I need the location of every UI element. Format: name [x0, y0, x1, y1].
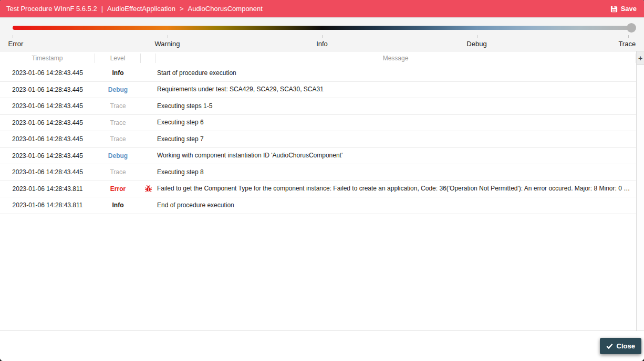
slider-label-error[interactable]: Error: [8, 40, 23, 48]
log-table-header: Timestamp Level Message: [0, 51, 644, 65]
procedure-title: Test Procedure WInnF 5.6.5.2: [6, 5, 97, 13]
cell-message: Executing step 8: [155, 164, 644, 181]
cell-timestamp: 2023-01-06 14:28:43.811: [0, 185, 95, 193]
cell-message: Requirements under test: SCA429, SCA29, …: [155, 81, 644, 98]
cell-timestamp: 2023-01-06 14:28:43.445: [0, 102, 95, 110]
cell-message: Failed to get the Component Type for the…: [155, 181, 644, 197]
cell-timestamp: 2023-01-06 14:28:43.445: [0, 168, 95, 176]
title-bar: Test Procedure WInnF 5.6.5.2 | AudioEffe…: [0, 0, 644, 17]
cell-level: Info: [95, 201, 141, 209]
cell-level: Error: [95, 185, 141, 193]
slider-label-warning[interactable]: Warning: [155, 40, 180, 48]
table-row[interactable]: 2023-01-06 14:28:43.445 Trace Executing …: [0, 164, 644, 181]
save-button[interactable]: Save: [609, 3, 638, 15]
cell-message: Start of procedure execution: [155, 65, 644, 82]
slider-tick-debug: [628, 35, 629, 38]
slider-label-debug[interactable]: Debug: [466, 40, 486, 48]
vertical-scrollbar[interactable]: +: [636, 51, 644, 331]
cell-message: Executing step 7: [155, 131, 644, 148]
footer-bar: Close: [0, 331, 644, 361]
table-row[interactable]: 2023-01-06 14:28:43.811 Info End of proc…: [0, 197, 644, 214]
cell-level: Debug: [95, 152, 141, 160]
breadcrumb-application: AudioEffectApplication: [107, 5, 175, 13]
test-procedure-dialog: Test Procedure WInnF 5.6.5.2 | AudioEffe…: [0, 0, 644, 361]
table-row[interactable]: 2023-01-06 14:28:43.811 Error Failed to …: [0, 181, 644, 198]
log-level-slider-track[interactable]: [13, 26, 631, 30]
table-row[interactable]: 2023-01-06 14:28:43.445 Debug Working wi…: [0, 148, 644, 165]
cell-message: Working with component instantiation ID …: [155, 147, 644, 164]
slider-tick-error: [168, 35, 168, 38]
breadcrumb-chevron-icon: >: [180, 5, 184, 13]
table-row[interactable]: 2023-01-06 14:28:43.445 Trace Executing …: [0, 98, 644, 115]
log-level-slider-handle[interactable]: [627, 23, 636, 33]
cell-level: Trace: [95, 135, 141, 143]
bug-icon: [141, 185, 155, 193]
title-separator: |: [101, 5, 103, 13]
slider-label-trace[interactable]: Trace: [618, 40, 636, 48]
log-rows: 2023-01-06 14:28:43.445 Info Start of pr…: [0, 65, 644, 214]
cell-level: Trace: [95, 102, 141, 110]
cell-timestamp: 2023-01-06 14:28:43.445: [0, 119, 95, 126]
add-column-button[interactable]: +: [637, 51, 644, 65]
slider-tick-warning: [322, 35, 323, 38]
table-row[interactable]: 2023-01-06 14:28:43.445 Debug Requiremen…: [0, 82, 644, 99]
table-row[interactable]: 2023-01-06 14:28:43.445 Trace Executing …: [0, 115, 644, 132]
close-button-label: Close: [617, 342, 635, 350]
cell-timestamp: 2023-01-06 14:28:43.811: [0, 201, 95, 209]
column-header-icon[interactable]: [141, 54, 155, 63]
save-button-label: Save: [621, 5, 637, 13]
check-icon: [606, 343, 613, 349]
cell-timestamp: 2023-01-06 14:28:43.445: [0, 135, 95, 143]
cell-level: Trace: [95, 119, 141, 126]
table-row[interactable]: 2023-01-06 14:28:43.445 Info Start of pr…: [0, 65, 644, 82]
slider-tick-trace: [13, 35, 13, 38]
cell-level: Trace: [95, 168, 141, 176]
cell-level: Debug: [95, 86, 141, 93]
cell-message: End of procedure execution: [155, 197, 644, 214]
cell-timestamp: 2023-01-06 14:28:43.445: [0, 152, 95, 160]
column-header-timestamp[interactable]: Timestamp: [0, 54, 95, 63]
cell-message: Executing step 6: [155, 114, 644, 131]
table-row[interactable]: 2023-01-06 14:28:43.445 Trace Executing …: [0, 131, 644, 148]
cell-message: Executing steps 1-5: [155, 98, 644, 115]
column-header-message[interactable]: Message: [155, 54, 636, 63]
slider-label-info[interactable]: Info: [316, 40, 328, 48]
column-header-level[interactable]: Level: [95, 54, 141, 63]
close-button[interactable]: Close: [600, 338, 641, 354]
log-table: Timestamp Level Message 2023-01-06 14:28…: [0, 51, 644, 331]
breadcrumb-component: AudioChorusComponent: [188, 5, 263, 13]
cell-timestamp: 2023-01-06 14:28:43.445: [0, 86, 95, 93]
log-level-slider-section: Error Warning Info Debug Trace: [0, 17, 644, 51]
cell-timestamp: 2023-01-06 14:28:43.445: [0, 69, 95, 77]
slider-tick-info: [477, 35, 477, 38]
save-floppy-icon: [610, 5, 618, 13]
cell-level: Info: [95, 69, 141, 77]
